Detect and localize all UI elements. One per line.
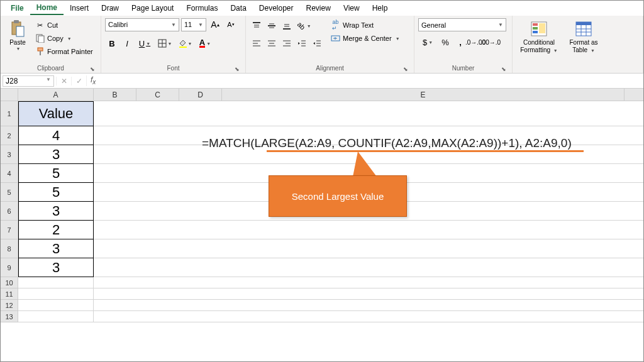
col-header-B[interactable]: B	[94, 89, 136, 101]
dialog-launcher-icon[interactable]: ⬊	[501, 66, 507, 72]
row-header[interactable]: 12	[1, 300, 18, 311]
number-format-select[interactable]: General▼	[418, 18, 506, 31]
cell[interactable]	[94, 300, 643, 311]
menu-insert[interactable]: Insert	[64, 2, 95, 14]
font-size-select[interactable]: 11▼	[181, 18, 206, 31]
col-header-A[interactable]: A	[18, 89, 94, 101]
col-header-E[interactable]: E	[222, 89, 625, 101]
row-header[interactable]: 3	[1, 145, 18, 164]
italic-button[interactable]: I	[120, 36, 134, 50]
percent-button[interactable]: %	[438, 35, 452, 49]
font-name-select[interactable]: Calibri▼	[105, 18, 179, 31]
wrap-label: Wrap Text	[343, 21, 374, 29]
align-middle-button[interactable]	[265, 19, 279, 33]
font-color-button[interactable]: A▼	[196, 36, 214, 50]
underline-button[interactable]: U▼	[135, 36, 154, 50]
dialog-launcher-icon[interactable]: ⬊	[402, 66, 409, 72]
cell-A1[interactable]: Value	[18, 101, 94, 126]
menu-formulas[interactable]: Formulas	[180, 2, 224, 14]
formula-bar: J28▼ ✕ ✓ fx	[1, 74, 643, 89]
fill-color-button[interactable]: ▼	[175, 36, 194, 50]
row-header[interactable]: 4	[1, 164, 18, 183]
menu-view[interactable]: View	[337, 2, 366, 14]
cell[interactable]	[94, 258, 643, 277]
merge-center-button[interactable]: Merge & Center▼	[329, 32, 402, 45]
row-header[interactable]: 5	[1, 183, 18, 202]
border-button[interactable]: ▼	[155, 36, 174, 50]
bold-button[interactable]: B	[105, 36, 119, 50]
accounting-button[interactable]: $▼	[418, 35, 437, 49]
cell-A6[interactable]: 3	[18, 202, 94, 221]
cell[interactable]	[94, 221, 643, 239]
format-painter-button[interactable]: Format Painter	[33, 45, 95, 58]
cell-A5[interactable]: 5	[18, 183, 94, 202]
cell-A8[interactable]: 3	[18, 239, 94, 258]
menu-file[interactable]: File	[4, 2, 30, 14]
row-header[interactable]: 11	[1, 288, 18, 300]
menu-review[interactable]: Review	[300, 2, 337, 14]
copy-button[interactable]: Copy▼	[33, 32, 95, 45]
dialog-launcher-icon[interactable]: ⬊	[89, 66, 96, 72]
align-right-button[interactable]	[280, 36, 294, 50]
cell[interactable]	[18, 311, 94, 322]
cancel-button[interactable]: ✕	[56, 77, 71, 85]
row-header[interactable]: 1	[1, 101, 18, 126]
chevron-down-icon: ▼	[553, 48, 558, 53]
col-header-C[interactable]: C	[136, 89, 179, 101]
fx-icon[interactable]: fx	[86, 75, 99, 85]
row-header[interactable]: 7	[1, 221, 18, 239]
decrease-font-button[interactable]: A▾	[224, 18, 238, 31]
row-header[interactable]: 2	[1, 126, 18, 145]
row-header[interactable]: 8	[1, 239, 18, 258]
column-headers: A B C D E	[1, 89, 643, 101]
col-header-D[interactable]: D	[179, 89, 222, 101]
cell[interactable]	[94, 277, 643, 288]
increase-indent-button[interactable]	[310, 36, 324, 50]
align-left-button[interactable]	[250, 36, 264, 50]
cell[interactable]	[94, 101, 643, 126]
align-center-button[interactable]	[265, 36, 279, 50]
menu-data[interactable]: Data	[224, 2, 252, 14]
cell[interactable]	[94, 288, 643, 300]
chevron-down-icon: ▼	[591, 48, 595, 53]
cell-A9[interactable]: 3	[18, 258, 94, 277]
cell-A4[interactable]: 5	[18, 164, 94, 183]
decrease-indent-button[interactable]	[295, 36, 309, 50]
row-header[interactable]: 10	[1, 277, 18, 288]
align-bottom-button[interactable]	[280, 19, 294, 33]
cell[interactable]	[94, 311, 643, 322]
enter-button[interactable]: ✓	[71, 77, 86, 85]
cell[interactable]	[18, 288, 94, 300]
group-clipboard: Paste ▼ ✂Cut Copy▼ Format Painter Clipbo…	[1, 16, 101, 73]
increase-font-button[interactable]: A▴	[208, 18, 222, 31]
number-group-label: Number⬊	[418, 64, 508, 73]
decrease-decimal-button[interactable]: .00→.0	[484, 35, 497, 49]
cell-A2[interactable]: 4	[18, 126, 94, 145]
cond-label1: Conditional	[523, 39, 555, 46]
row-header[interactable]: 6	[1, 202, 18, 221]
row-header[interactable]: 13	[1, 311, 18, 322]
menu-help[interactable]: Help	[366, 2, 394, 14]
name-box[interactable]: J28▼	[3, 75, 54, 87]
menu-draw[interactable]: Draw	[95, 2, 125, 14]
cell[interactable]	[18, 300, 94, 311]
paste-label: Paste	[9, 39, 26, 46]
cut-button[interactable]: ✂Cut	[33, 19, 95, 31]
select-all-corner[interactable]	[1, 89, 18, 101]
cell[interactable]	[18, 277, 94, 288]
menu-developer[interactable]: Developer	[253, 2, 300, 14]
format-as-table-button[interactable]: Format as Table ▼	[564, 17, 603, 53]
cell[interactable]	[94, 239, 643, 258]
cell-A7[interactable]: 2	[18, 221, 94, 239]
orientation-button[interactable]: ab▼	[295, 19, 314, 33]
paste-button[interactable]: Paste ▼	[4, 17, 31, 51]
align-top-button[interactable]	[250, 19, 264, 33]
menu-page-layout[interactable]: Page Layout	[125, 2, 180, 14]
cell-A3[interactable]: 3	[18, 145, 94, 164]
dialog-launcher-icon[interactable]: ⬊	[234, 66, 240, 72]
wrap-text-button[interactable]: ab↵Wrap Text	[329, 19, 402, 31]
conditional-formatting-button[interactable]: Conditional Formatting ▼	[516, 17, 562, 53]
row-header[interactable]: 9	[1, 258, 18, 277]
menu-home[interactable]: Home	[30, 1, 64, 15]
chevron-down-icon: ▼	[16, 47, 21, 51]
